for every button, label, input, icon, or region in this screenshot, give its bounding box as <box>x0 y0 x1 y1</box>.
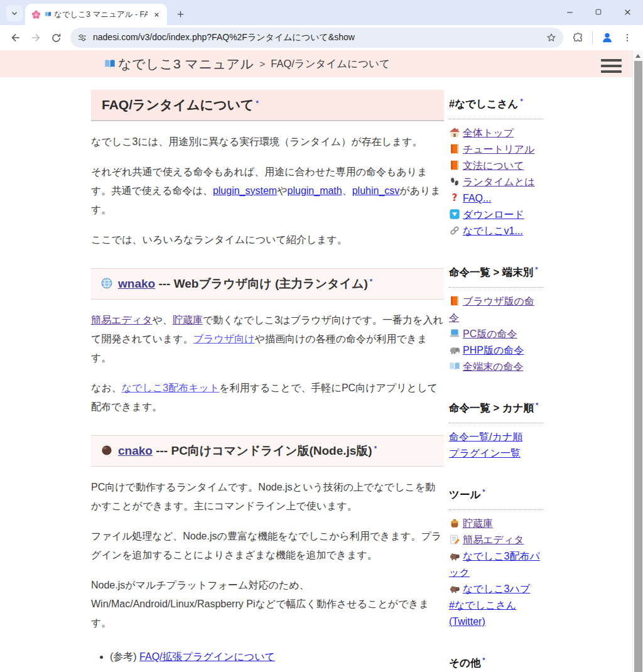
list-item: (参考) FAQ/拡張プラグインについて <box>110 648 444 666</box>
reload-icon <box>50 32 62 44</box>
sidebar-link[interactable]: プラグイン一覧 <box>449 448 521 458</box>
paragraph: なお、なでしこ3配布キットを利用することで、手軽にPC向けアプリとして配布できま… <box>91 379 444 416</box>
breadcrumb: FAQ/ランタイムについて <box>271 57 390 71</box>
sidebar-link[interactable]: 簡易エディタ <box>449 534 524 545</box>
scrollbar-up-arrow-icon[interactable] <box>635 54 640 58</box>
sidebar-item: PHP版の命令 <box>449 342 543 359</box>
dotted-divider <box>449 287 543 288</box>
edit-anchor[interactable]: * <box>536 401 538 409</box>
section-heading-link[interactable]: wnako <box>118 277 155 290</box>
forward-button[interactable] <box>26 28 45 47</box>
active-tab[interactable]: なでしこ3 マニュアル - FAQ/ラン <box>25 4 167 25</box>
minimize-button[interactable] <box>558 3 581 21</box>
edit-anchor[interactable]: * <box>482 488 485 496</box>
section-heading: wnako --- Webブラウザ向け (主力ランタイム)* <box>91 268 444 300</box>
tab-close-button[interactable] <box>151 9 162 20</box>
elephant-icon <box>449 344 460 355</box>
chevron-down-icon <box>10 9 19 18</box>
dotted-divider <box>449 509 543 510</box>
browser-toolbar: nadesi.com/v3/doc/index.php?FAQ%2Fランタイムに… <box>0 25 643 50</box>
edit-anchor[interactable]: * <box>535 266 538 273</box>
sidebar-link[interactable]: ブラウザ版の命令 <box>449 296 534 323</box>
sidebar-link[interactable]: 貯蔵庫 <box>449 518 493 529</box>
page-scrollbar[interactable] <box>632 50 643 672</box>
sidebar-section-title: ツール* <box>449 484 543 502</box>
paragraph: ファイル処理など、Node.jsの豊富な機能をなでしこから利用できます。プラグイ… <box>91 527 444 565</box>
section-heading: cnako --- PC向けコマンドライン版(Node.js版)* <box>91 435 444 467</box>
content-link[interactable]: pluhin_csv <box>352 185 400 196</box>
site-header: なでしこ3 マニュアル > FAQ/ランタイムについて <box>0 50 643 77</box>
content-link[interactable]: 簡易エディタ <box>91 315 153 325</box>
edit-anchor[interactable]: * <box>374 445 377 452</box>
edit-anchor[interactable]: * <box>256 99 258 107</box>
sidebar-link[interactable]: #なでしこさん (Twitter) <box>449 600 516 627</box>
footprints-icon <box>449 176 460 187</box>
address-bar[interactable]: nadesi.com/v3/doc/index.php?FAQ%2Fランタイムに… <box>70 28 563 48</box>
sidebar-item: 全体トップ <box>449 125 543 141</box>
sidebar-link[interactable]: PC版の命令 <box>449 328 517 339</box>
sidebar-item: ダウンロード <box>449 207 543 223</box>
sidebar-section-title: 命令一覧 > カナ順* <box>449 398 543 416</box>
sidebar-link[interactable]: なでしこ3配布パック <box>449 551 540 578</box>
sidebar-link[interactable]: ?FAQ... <box>449 193 491 203</box>
back-button[interactable] <box>6 28 25 47</box>
site-title[interactable]: なでしこ3 マニュアル <box>118 55 254 73</box>
content-link[interactable]: なでしこ3配布キット <box>122 382 220 393</box>
toolbar-divider <box>592 31 593 44</box>
sidebar-item: チュートリアル <box>449 141 543 158</box>
sidebar-link[interactable]: 文法について <box>449 160 524 171</box>
sidebar-link[interactable]: なでしこ3ハブ <box>449 583 530 594</box>
honeypot-icon <box>449 518 460 529</box>
book-icon <box>45 10 51 19</box>
url-text[interactable]: nadesi.com/v3/doc/index.php?FAQ%2Fランタイムに… <box>93 32 543 43</box>
sidebar-link[interactable]: チュートリアル <box>449 144 534 154</box>
sidebar-link[interactable]: ランタイムとは <box>449 176 535 187</box>
tab-list-chevron-button[interactable] <box>6 5 23 21</box>
edit-anchor[interactable]: * <box>370 278 372 285</box>
content-link[interactable]: plugin_math <box>288 185 342 196</box>
profile-button[interactable] <box>598 28 617 47</box>
site-info-icon[interactable] <box>77 32 88 43</box>
book-orange-icon <box>449 160 460 171</box>
section-heading-link[interactable]: cnako <box>118 444 153 457</box>
maximize-button[interactable] <box>586 3 610 21</box>
content-link[interactable]: ブラウザ向け <box>193 333 255 344</box>
content-link[interactable]: plugin_system <box>213 185 277 196</box>
sidebar-link[interactable]: 全体トップ <box>449 127 514 138</box>
sidebar-item: ランタイムとは <box>449 174 543 190</box>
window-controls <box>558 3 639 21</box>
edit-anchor[interactable]: * <box>521 97 523 105</box>
new-tab-button[interactable] <box>172 6 188 22</box>
link-icon <box>449 225 460 236</box>
sidebar-link[interactable]: PHP版の命令 <box>449 345 524 355</box>
sidebar-link[interactable]: ダウンロード <box>449 209 524 220</box>
sidebar-item: 全端末の命令 <box>449 359 543 375</box>
forward-arrow-icon <box>30 31 42 44</box>
reload-button[interactable] <box>46 28 65 47</box>
profile-avatar-icon <box>600 31 614 45</box>
sidebar-item: プラグイン一覧 <box>449 445 543 462</box>
paragraph: PC向けで動作するランタイムです。Node.jsという技術の上でなでしこを動かす… <box>91 478 444 516</box>
sidebar-item: 文法について <box>449 158 543 174</box>
paragraph: ここでは、いろいろなランタイムについて紹介します。 <box>91 230 444 249</box>
paragraph: 簡易エディタや、貯蔵庫で動くなでしこ3はブラウザ向けです。一番力を入れて開発され… <box>91 311 444 367</box>
content-link[interactable]: 貯蔵庫 <box>173 315 203 325</box>
scrollbar-thumb[interactable] <box>634 61 642 672</box>
browser-menu-button[interactable] <box>618 28 637 47</box>
bookmark-star-button[interactable] <box>543 28 559 47</box>
tab-strip: なでしこ3 マニュアル - FAQ/ラン <box>0 0 643 25</box>
minimize-icon <box>565 8 575 17</box>
tab-title: なでしこ3 マニュアル - FAQ/ラン <box>45 9 148 20</box>
flower-favicon-icon <box>31 10 41 19</box>
content-link[interactable]: FAQ/拡張プラグインについて <box>139 651 275 662</box>
sidebar-link[interactable]: なでしこv1... <box>449 225 523 236</box>
edit-anchor[interactable]: * <box>482 656 485 664</box>
close-window-button[interactable] <box>615 3 639 21</box>
book-orange-icon <box>449 295 460 306</box>
sidebar-link[interactable]: 全端末の命令 <box>449 361 523 372</box>
extensions-button[interactable] <box>568 28 587 47</box>
sidebar-link[interactable]: 命令一覧/カナ順 <box>449 431 522 442</box>
hamburger-menu-button[interactable] <box>601 56 622 76</box>
paragraph: Node.jsがマルチプラットフォーム対応のため、Win/Mac/Android… <box>91 576 444 632</box>
three-dot-menu-icon <box>622 33 632 43</box>
